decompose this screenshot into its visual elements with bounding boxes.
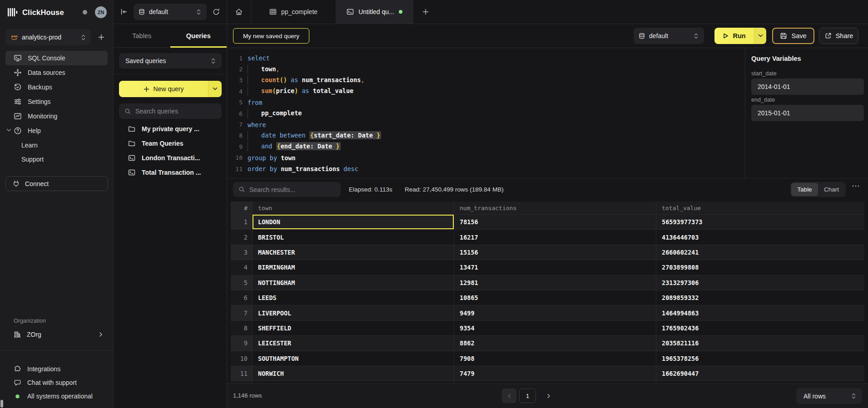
editor-line[interactable]: 3count() as num_transactions, <box>227 75 745 86</box>
saved-queries-select[interactable]: Saved queries <box>119 53 222 69</box>
new-tab-button[interactable] <box>413 0 438 24</box>
share-button[interactable]: Share <box>819 28 858 44</box>
tab-untitled-query[interactable]: Untitled qu... <box>336 0 413 24</box>
sql-editor[interactable]: 1select2town,3count() as num_transaction… <box>227 49 745 178</box>
tab-pp-complete[interactable]: pp_complete <box>251 0 336 24</box>
table-cell[interactable]: LEICESTER <box>253 336 454 350</box>
row-index-cell[interactable]: 9 <box>231 336 253 350</box>
row-index-cell[interactable]: 8 <box>231 321 253 335</box>
table-cell[interactable]: 9354 <box>454 321 656 335</box>
new-query-button[interactable]: New query <box>119 81 222 97</box>
column-header-town[interactable]: town <box>253 202 454 214</box>
table-cell[interactable]: 12981 <box>454 275 656 290</box>
table-cell[interactable]: NORWICH <box>253 366 454 381</box>
editor-line[interactable]: 11order by num_transactions desc <box>227 163 745 174</box>
editor-line[interactable]: 6pp_complete <box>227 108 745 119</box>
editor-line[interactable]: 5from <box>227 97 745 108</box>
connect-button[interactable]: Connect <box>5 176 108 191</box>
table-cell[interactable]: 8862 <box>454 336 656 350</box>
sidebar-scrollbar[interactable] <box>0 400 3 408</box>
tab-queries[interactable]: Queries <box>170 24 227 47</box>
view-chart-tab[interactable]: Chart <box>818 183 845 196</box>
table-cell[interactable]: 2089859332 <box>656 290 864 305</box>
table-cell[interactable]: BRISTOL <box>253 230 454 244</box>
table-cell[interactable]: 2660602241 <box>656 245 864 260</box>
sidebar-item-all-systems-operational[interactable]: All systems operational <box>5 389 108 403</box>
table-cell[interactable]: 7908 <box>454 351 656 366</box>
row-index-cell[interactable]: 1 <box>231 215 253 229</box>
column-header-index[interactable]: # <box>231 202 253 214</box>
sidebar-item-help[interactable]: Help <box>5 123 108 138</box>
query-parameter-chip[interactable]: {end_date: Date } <box>276 142 341 150</box>
home-button[interactable] <box>227 0 251 24</box>
user-avatar[interactable]: ZN <box>95 6 107 18</box>
row-index-cell[interactable]: 6 <box>231 290 253 305</box>
page-number-input[interactable] <box>519 388 536 403</box>
sidebar-item-backups[interactable]: Backups <box>5 80 108 94</box>
run-database-selector[interactable]: default <box>634 28 704 44</box>
page-size-select[interactable]: All rows <box>796 388 862 404</box>
table-cell[interactable]: NOTTINGHAM <box>253 275 454 290</box>
editor-line[interactable]: 9and {end_date: Date } <box>227 141 745 152</box>
sidebar-item-learn[interactable]: Learn <box>5 138 108 152</box>
row-index-cell[interactable]: 5 <box>231 275 253 290</box>
table-cell[interactable]: 78156 <box>454 215 656 229</box>
query-search-input[interactable] <box>135 108 213 115</box>
database-selector[interactable]: default <box>134 4 207 20</box>
tab-tables[interactable]: Tables <box>114 24 170 47</box>
refresh-icon[interactable] <box>212 8 220 16</box>
column-header-num-transactions[interactable]: num_transactions <box>454 202 656 214</box>
row-index-cell[interactable]: 7 <box>231 305 253 320</box>
table-cell[interactable]: 1464994863 <box>656 305 864 320</box>
saved-query-name-pill[interactable]: My new saved query <box>233 28 309 44</box>
row-index-cell[interactable]: 4 <box>231 260 253 275</box>
table-cell[interactable]: 2035821116 <box>656 336 864 350</box>
editor-line[interactable]: 7where <box>227 119 745 130</box>
sidebar-item-chat-with-support[interactable]: Chat with support <box>5 376 108 389</box>
more-options-icon[interactable] <box>852 185 860 187</box>
new-query-dropdown[interactable] <box>208 81 222 97</box>
query-parameter-chip[interactable]: {start_date: Date } <box>309 131 381 139</box>
table-cell[interactable]: 56593977373 <box>656 215 864 229</box>
editor-line[interactable]: 2town, <box>227 64 745 74</box>
save-button[interactable]: Save <box>772 28 814 44</box>
table-cell[interactable]: LIVERPOOL <box>253 305 454 320</box>
sidebar-item-integrations[interactable]: Integrations <box>5 362 108 376</box>
add-service-button[interactable] <box>96 32 106 42</box>
row-index-cell[interactable]: 11 <box>231 366 253 381</box>
table-cell[interactable]: 9499 <box>454 305 656 320</box>
editor-line[interactable]: 10group by town <box>227 152 745 163</box>
table-cell[interactable]: MANCHESTER <box>253 245 454 260</box>
next-page-button[interactable] <box>543 388 553 403</box>
table-cell[interactable]: 1662690447 <box>656 366 864 381</box>
view-table-tab[interactable]: Table <box>791 183 818 196</box>
table-cell[interactable]: 16217 <box>454 230 656 244</box>
service-selector[interactable]: aws analytics-prod <box>5 29 91 45</box>
run-button[interactable]: Run <box>714 28 766 44</box>
sidebar-item-support[interactable]: Support <box>5 152 108 166</box>
table-cell[interactable]: 2313297306 <box>656 275 864 290</box>
sidebar-item-monitoring[interactable]: Monitoring <box>5 109 108 123</box>
sidebar-item-sql-console[interactable]: SQL Console <box>5 51 108 65</box>
table-cell[interactable]: 7479 <box>454 366 656 381</box>
row-index-cell[interactable]: 2 <box>231 230 253 244</box>
editor-line[interactable]: 1select <box>227 53 745 64</box>
sidebar-item-data-sources[interactable]: Data sources <box>5 65 108 80</box>
table-cell[interactable]: SOUTHAMPTON <box>253 351 454 366</box>
results-search-input[interactable] <box>249 186 327 193</box>
end-date-input[interactable] <box>751 105 864 121</box>
row-index-cell[interactable]: 10 <box>231 351 253 366</box>
column-header-total-value[interactable]: total_value <box>656 202 864 214</box>
table-cell[interactable]: SHEFFIELD <box>253 321 454 335</box>
previous-page-button[interactable] <box>502 388 516 403</box>
organization-item[interactable]: ZOrg <box>5 328 108 341</box>
run-options-dropdown[interactable] <box>754 28 766 44</box>
table-cell[interactable]: 1765902436 <box>656 321 864 335</box>
table-cell[interactable]: 4136446703 <box>656 230 864 244</box>
saved-query-team-queries[interactable]: Team Queries <box>114 136 227 151</box>
sidebar-item-settings[interactable]: Settings <box>5 94 108 109</box>
editor-line[interactable]: 8date between {start_date: Date } <box>227 130 745 141</box>
start-date-input[interactable] <box>751 79 864 95</box>
table-cell[interactable]: 15156 <box>454 245 656 260</box>
table-cell[interactable]: LEEDS <box>253 290 454 305</box>
